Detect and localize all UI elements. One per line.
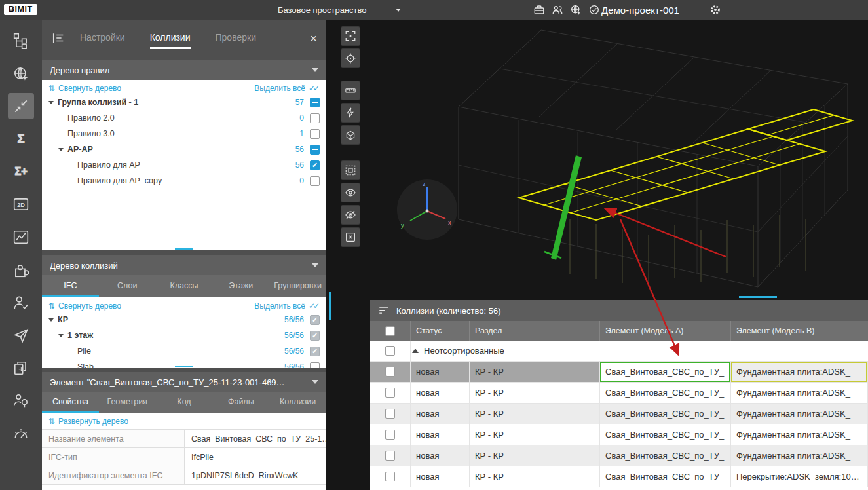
tab-Проверки[interactable]: Проверки: [216, 32, 256, 49]
subtab-Этажи[interactable]: Этажи: [212, 275, 269, 297]
sidebar-item-summary-add[interactable]: Σ+: [8, 159, 34, 185]
element-b-cell[interactable]: Фундаментная плита:ADSK_: [731, 404, 868, 424]
property-value[interactable]: IfcPile: [185, 448, 326, 466]
group-row[interactable]: Неотсортированные: [370, 341, 868, 362]
element-a-cell[interactable]: Свая_Винтовая_СВС_по_ТУ_: [600, 466, 731, 487]
element-a-cell[interactable]: Свая_Винтовая_СВС_по_ТУ_: [600, 424, 731, 445]
subtab-IFC[interactable]: IFC: [42, 275, 99, 297]
sidebar-item-user-check[interactable]: [8, 290, 34, 316]
element-b-cell[interactable]: Фундаментная плита:ADSK_: [731, 445, 868, 466]
orbit-target-button[interactable]: [341, 48, 360, 68]
element-a-cell[interactable]: Свая_Винтовая_СВС_по_ТУ_: [600, 383, 731, 403]
resize-handle-viewport[interactable]: [329, 292, 331, 320]
tab-Настройки[interactable]: Настройки: [80, 32, 125, 49]
property-value[interactable]: 1pDNIP7SL6deD_RinxWcwK: [185, 466, 326, 484]
collision-row[interactable]: новаяКР - КРСвая_Винтовая_СВС_по_ТУ_Фунд…: [370, 383, 868, 404]
tree-node-checkbox[interactable]: [310, 160, 320, 170]
group-checkbox[interactable]: [385, 346, 395, 356]
sidebar-item-export[interactable]: [8, 355, 34, 381]
tree-node[interactable]: Pile56/56: [42, 343, 326, 359]
tab-Коллизии[interactable]: Коллизии: [150, 32, 191, 49]
hide-button[interactable]: [341, 205, 360, 225]
collapse-group-icon[interactable]: [412, 349, 419, 353]
rules-tree-header[interactable]: Дерево правил: [42, 60, 326, 80]
subtab-Файлы[interactable]: Файлы: [212, 392, 269, 413]
sidebar-item-plugins[interactable]: [8, 257, 34, 283]
table-menu-icon[interactable]: [378, 305, 390, 316]
sidebar-item-user-location[interactable]: [8, 388, 34, 414]
show-button[interactable]: [341, 183, 360, 202]
row-checkbox[interactable]: [385, 430, 395, 440]
resize-handle-collisions[interactable]: [175, 366, 193, 368]
collision-row[interactable]: новаяКР - КРСвая_Винтовая_СВС_по_ТУ_Фунд…: [370, 362, 868, 383]
row-checkbox[interactable]: [385, 409, 395, 419]
select-all-checkbox[interactable]: [385, 326, 395, 336]
tree-node-checkbox[interactable]: [310, 347, 320, 356]
sidebar-item-dashboard[interactable]: [8, 421, 34, 447]
element-b-cell[interactable]: Фундаментная плита:ADSK_: [731, 424, 868, 445]
sidebar-item-model-tree[interactable]: [8, 28, 34, 54]
tree-node[interactable]: Правило 2.00: [42, 110, 326, 126]
select-all-link[interactable]: Выделить всё ✓✓: [254, 301, 320, 311]
column-header-4[interactable]: Элемент (Модель B): [731, 321, 868, 341]
subtab-Группировки[interactable]: Группировки: [269, 275, 326, 297]
collision-row[interactable]: новаяКР - КРСвая_Винтовая_СВС_по_ТУ_Фунд…: [370, 445, 868, 466]
sidebar-item-publish[interactable]: [8, 322, 34, 349]
expand-tree-link[interactable]: ⇅ Развернуть дерево: [48, 417, 128, 426]
section-cut-button[interactable]: [341, 103, 360, 122]
subtab-Слои[interactable]: Слои: [99, 275, 156, 297]
sidebar-item-reports[interactable]: [8, 224, 34, 250]
toolbox-button[interactable]: [533, 3, 546, 16]
workspace-selector[interactable]: Базовое пространство: [278, 0, 401, 20]
row-checkbox[interactable]: [385, 451, 395, 461]
column-header-2[interactable]: Раздел: [470, 321, 600, 341]
tree-node[interactable]: 1 этаж56/56: [42, 328, 326, 343]
subtab-Код[interactable]: Код: [156, 392, 213, 413]
tree-node-checkbox[interactable]: [310, 362, 320, 369]
column-header-3[interactable]: Элемент (Модель A): [600, 321, 731, 341]
tree-node[interactable]: Правило для АР_copy0: [42, 173, 326, 189]
property-value[interactable]: Свая_Винтовая_СВС_по_ТУ_25-1…: [185, 430, 326, 447]
section-box-button[interactable]: [341, 125, 360, 145]
tree-node-checkbox[interactable]: [310, 315, 320, 325]
sidebar-item-summary[interactable]: Σ: [8, 126, 34, 152]
collisions-tree-header[interactable]: Дерево коллизий: [42, 255, 326, 275]
tree-node[interactable]: Группа коллизий - 157: [42, 94, 326, 110]
measure-button[interactable]: [341, 81, 360, 100]
tree-node[interactable]: АР-АР56: [42, 141, 326, 157]
select-all-link[interactable]: Выделить всё ✓✓: [254, 84, 320, 93]
isolate-button[interactable]: [341, 160, 360, 180]
subtab-Коллизии[interactable]: Коллизии: [269, 392, 326, 413]
row-checkbox[interactable]: [385, 367, 395, 377]
expand-caret-icon[interactable]: [48, 101, 54, 104]
tree-node-checkbox[interactable]: [310, 113, 320, 123]
close-panel-button[interactable]: ×: [310, 32, 317, 45]
subtab-Свойства[interactable]: Свойства: [42, 392, 99, 413]
team-button[interactable]: [551, 3, 564, 16]
expand-caret-icon[interactable]: [58, 148, 64, 151]
tree-node[interactable]: КР56/56: [42, 312, 326, 328]
sidebar-item-clash-detection[interactable]: [8, 93, 34, 119]
element-b-cell[interactable]: Фундаментная плита:ADSK_: [731, 383, 868, 403]
subtab-Классы[interactable]: Классы: [156, 275, 213, 297]
column-header-1[interactable]: Статус: [411, 321, 470, 341]
tree-node-checkbox[interactable]: [310, 129, 320, 139]
collision-row[interactable]: новаяКР - КРСвая_Винтовая_СВС_по_ТУ_Фунд…: [370, 404, 868, 424]
tree-node-checkbox[interactable]: [310, 145, 320, 155]
element-a-cell[interactable]: Свая_Винтовая_СВС_по_ТУ_: [600, 362, 731, 382]
row-checkbox[interactable]: [385, 388, 395, 398]
web-publish-button[interactable]: [569, 3, 582, 16]
tree-node-checkbox[interactable]: [310, 98, 320, 107]
element-header[interactable]: Элемент "Свая_Винтовая_СВС_по_ТУ_25-11-2…: [42, 372, 326, 392]
tree-node[interactable]: Правило 3.01: [42, 126, 326, 141]
collapse-tree-link[interactable]: ⇅ Свернуть дерево: [48, 301, 121, 311]
resize-handle-rules[interactable]: [175, 248, 193, 250]
element-a-cell[interactable]: Свая_Винтовая_СВС_по_ТУ_: [600, 445, 731, 466]
tree-node-checkbox[interactable]: [310, 176, 320, 186]
collapse-tree-link[interactable]: ⇅ Свернуть дерево: [48, 84, 121, 93]
sidebar-item-2d-view[interactable]: 2D: [8, 191, 34, 217]
check-circle-button[interactable]: [588, 3, 601, 16]
element-b-cell[interactable]: Фундаментная плита:ADSK_: [731, 362, 868, 382]
clear-selection-button[interactable]: [341, 227, 360, 247]
element-b-cell[interactable]: Перекрытие:ADSK_земля:10…: [731, 466, 868, 487]
